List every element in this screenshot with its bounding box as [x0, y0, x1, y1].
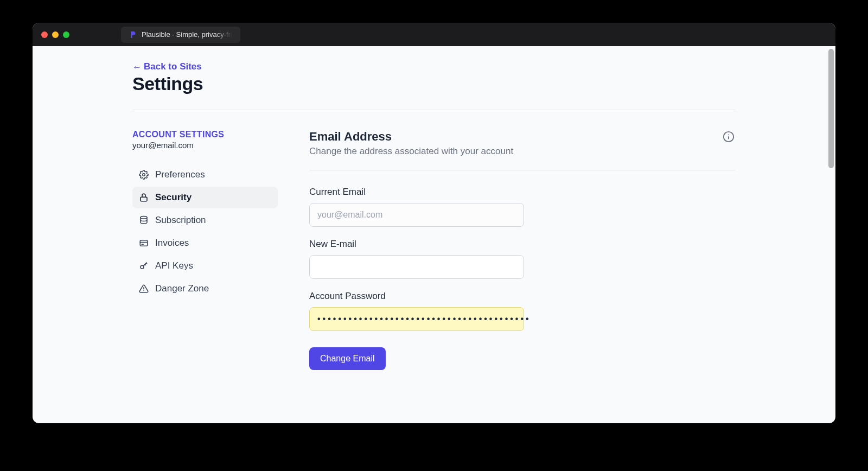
svg-line-9 [145, 264, 146, 265]
back-to-sites-link[interactable]: ← Back to Sites [132, 61, 202, 72]
sidebar-item-label: Security [155, 192, 192, 203]
sidebar-item-label: Invoices [155, 238, 189, 249]
sidebar-item-label: API Keys [155, 260, 193, 271]
svg-line-8 [146, 263, 148, 264]
scrollbar[interactable] [828, 49, 834, 168]
maximize-window-button[interactable] [63, 31, 69, 38]
traffic-lights [41, 31, 69, 38]
sidebar-item-label: Preferences [155, 169, 205, 180]
change-email-button[interactable]: Change Email [309, 347, 386, 370]
svg-rect-3 [140, 240, 148, 246]
sidebar-item-security[interactable]: Security [132, 187, 278, 208]
info-icon[interactable] [722, 130, 736, 146]
account-password-label: Account Password [309, 291, 736, 302]
sidebar-item-invoices[interactable]: Invoices [132, 232, 278, 254]
current-email-input [309, 203, 524, 227]
sidebar: ACCOUNT SETTINGS your@email.com Preferen… [132, 130, 278, 370]
svg-point-0 [143, 174, 145, 176]
database-icon [139, 215, 149, 225]
minimize-window-button[interactable] [52, 31, 59, 38]
lock-icon [139, 193, 149, 202]
warning-icon [139, 284, 149, 294]
sidebar-heading: ACCOUNT SETTINGS [132, 130, 278, 139]
sidebar-menu: Preferences Security [132, 164, 278, 300]
sidebar-item-danger-zone[interactable]: Danger Zone [132, 278, 278, 300]
svg-rect-1 [141, 197, 147, 201]
new-email-input[interactable] [309, 255, 524, 279]
receipt-icon [139, 238, 149, 248]
sidebar-item-label: Subscription [155, 215, 206, 226]
sidebar-item-label: Danger Zone [155, 283, 209, 294]
plausible-favicon-icon [129, 30, 137, 39]
content-area: ← Back to Sites Settings ACCOUNT SETTING… [33, 46, 835, 423]
close-window-button[interactable] [41, 31, 48, 38]
gear-icon [139, 170, 149, 180]
card-divider [309, 170, 736, 170]
sidebar-item-api-keys[interactable]: API Keys [132, 255, 278, 277]
browser-window: Plausible · Simple, privacy-frien ← Back… [33, 23, 835, 423]
back-link-label: Back to Sites [144, 61, 202, 72]
browser-tab[interactable]: Plausible · Simple, privacy-frien [121, 27, 240, 43]
arrow-left-icon: ← [132, 62, 142, 72]
title-bar: Plausible · Simple, privacy-frien [33, 23, 835, 46]
svg-point-2 [141, 217, 147, 219]
card-title: Email Address [309, 130, 513, 144]
account-password-input[interactable]: ••••••••••••••••••••••••••••••••••••••••… [309, 307, 524, 331]
header-divider [132, 110, 736, 110]
browser-tab-title: Plausible · Simple, privacy-frien [142, 30, 233, 39]
key-icon [139, 261, 149, 271]
new-email-label: New E-mail [309, 239, 736, 250]
sidebar-account-email: your@email.com [132, 141, 278, 150]
current-email-label: Current Email [309, 187, 736, 198]
main-panel: Email Address Change the address associa… [293, 130, 736, 370]
change-email-form: Current Email New E-mail Account Passwor… [309, 187, 736, 370]
card-subtitle: Change the address associated with your … [309, 146, 513, 157]
sidebar-item-subscription[interactable]: Subscription [132, 209, 278, 231]
email-settings-card: Email Address Change the address associa… [293, 130, 736, 370]
sidebar-item-preferences[interactable]: Preferences [132, 164, 278, 186]
page-title: Settings [132, 73, 736, 94]
